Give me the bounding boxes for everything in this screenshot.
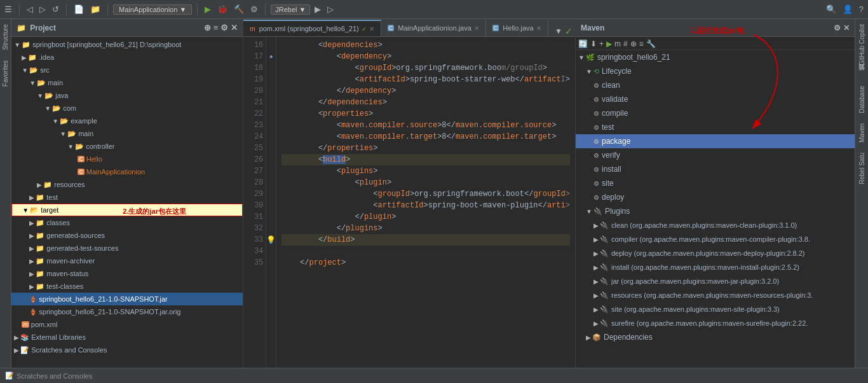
circle-icon[interactable]: ⊕ [630,39,637,48]
list-item[interactable]: ▼ 📂 main [11,127,243,140]
list-item[interactable]: ▼ 📂 main [11,76,243,89]
maven-lifecycle-install[interactable]: ⚙ install [576,162,855,176]
jrebel-debug-icon[interactable]: ▷ [325,3,336,15]
maven-lifecycle-deploy[interactable]: ⚙ deploy [576,190,855,204]
file-icon[interactable]: 📄 [72,3,86,15]
maven-root-item[interactable]: ▼ 🌿 springboot_hello6_21 [576,50,855,64]
close-icon[interactable]: ✕ [843,24,850,32]
list-item[interactable]: ▶ 📁 test [11,191,243,204]
list-item[interactable]: ▼ 📂 com [11,102,243,115]
rebel-tab[interactable]: Rebel Satu [857,148,867,189]
maven-plugin-site[interactable]: ▶ 🔌 site (org.apache.maven.plugins:maven… [576,302,855,316]
help-icon[interactable]: ? [857,3,865,15]
maven-lifecycle-validate[interactable]: ⚙ validate [576,92,855,106]
maven-plugin-deploy[interactable]: ▶ 🔌 deploy (org.apache.maven.plugins:mav… [576,246,855,260]
tab-main-app[interactable]: C MainApplicationion.java ✕ [381,20,486,36]
external-libs-item[interactable]: ▶ 📚 External Libraries [11,331,243,344]
list-item[interactable]: ▼ 📂 java [11,89,243,102]
scratch-bottom-icon: 📝 [5,372,14,380]
github-copilot-tab[interactable]: GitHub Copilot [857,19,867,71]
settings-icon[interactable]: ⚙ [834,24,841,32]
run-maven-icon[interactable]: ▶ [606,39,612,48]
settings-icon[interactable]: ⚙ [220,23,228,32]
list-item[interactable]: ▶ 📁 test-classes [11,280,243,293]
maven-lifecycle-test[interactable]: ⚙ test [576,120,855,134]
list-item[interactable]: 🏺 springboot_hello6_21-1.0-SNAPSHOT.jar.… [11,305,243,318]
list-item[interactable]: ▶ 📁 resources [11,178,243,191]
back-icon[interactable]: ◁ [25,3,35,15]
code-editor[interactable]: <dependencies> <dependency> <groupId>org… [276,37,575,368]
maven-plugin-resources[interactable]: ▶ 🔌 resources (org.apache.maven.plugins:… [576,288,855,302]
root-label: springboot [springboot_hello6_21] D:\spr… [32,41,181,48]
debug-icon[interactable]: 🐞 [215,3,229,15]
folder-icon[interactable]: 📁 [88,3,102,15]
add-icon[interactable]: ⊕ [204,23,211,32]
list-item[interactable]: ▶ 📁 generated-test-sources [11,242,243,254]
list-item[interactable]: C Hello [11,153,243,165]
tab-pom-xml[interactable]: m pom.xml (springboot_hello6_21) ✓ ✕ [243,20,381,36]
item-label: generated-sources [46,232,105,239]
lifecycle-item[interactable]: ▼ ⟲ Lifecycle [576,64,855,78]
list-item[interactable]: ▼ 📂 controller [11,140,243,153]
jrebel-run-icon[interactable]: ▶ [313,3,323,15]
build-icon[interactable]: 🔨 [232,3,246,15]
maven-plugin-compiler[interactable]: ▶ 🔌 compiler (org.apache.maven.plugins:m… [576,232,855,246]
structure-tab[interactable]: Structure [0,19,11,55]
maven-lifecycle-compile[interactable]: ⚙ compile [576,106,855,120]
plugin-icon: 🔌 [600,235,609,244]
code-line: </properties> [281,143,570,154]
tab-close2[interactable]: ✕ [474,25,479,32]
database-tab[interactable]: Database [857,81,867,118]
close-icon[interactable]: ✕ [231,23,238,32]
project-panel: 📁 Project ⊕ ≡ ⚙ ✕ ▼ 📁 springboot [spring… [11,19,243,368]
list-item[interactable]: C MainApplicationion [11,165,243,178]
tab-close[interactable]: ✕ [369,25,374,32]
expand-arrow: ▼ [586,208,592,215]
plugins-item[interactable]: ▼ 🔌 Plugins [576,204,855,218]
maven-lifecycle-clean[interactable]: ⚙ clean [576,78,855,92]
maven-lifecycle-site[interactable]: ⚙ site [576,176,855,190]
m-icon[interactable]: m [614,39,621,48]
collapse-icon[interactable]: ≡ [214,23,219,32]
maven-plugin-install[interactable]: ▶ 🔌 install (org.apache.maven.plugins:ma… [576,260,855,274]
jrebel-dropdown[interactable]: JRebel ▼ [271,4,310,15]
tab-hello[interactable]: C Hello.java ✕ [486,20,548,36]
menu-icon[interactable]: ☰ [3,3,14,15]
forward-icon[interactable]: ▷ [37,3,48,15]
list-item[interactable]: ▶ 📁 classes [11,216,243,229]
list-item[interactable]: ▶ 📁 .idea [11,51,243,64]
notification-tab[interactable]: 通知 [855,71,868,81]
tree-root[interactable]: ▼ 📁 springboot [springboot_hello6_21] D:… [11,38,243,51]
list-item[interactable]: ▶ 📁 maven-status [11,267,243,280]
maven-plugin-surefire[interactable]: ▶ 🔌 surefire (org.apache.maven.plugins:m… [576,316,855,330]
tab-close3[interactable]: ✕ [536,25,541,32]
maven-side-tab[interactable]: Maven [857,118,867,148]
pom-xml-item[interactable]: m pom.xml [11,318,243,331]
favorites-tab[interactable]: Favorites [0,55,11,92]
user-icon[interactable]: 👤 [841,3,855,15]
run-icon[interactable]: ▶ [203,3,213,15]
project-dropdown[interactable]: MainApplicationion ▼ [113,4,192,15]
scratches-item[interactable]: ▶ 📝 Scratches and Consoles [11,344,243,356]
download-icon[interactable]: ⬇ [590,39,597,48]
list-item[interactable]: ▶ 📁 generated-sources [11,229,243,242]
editor-more-icon[interactable]: ▼ [555,27,562,36]
maven-lifecycle-package[interactable]: ⚙ package [576,134,855,148]
maven-plugin-clean[interactable]: ▶ 🔌 clean (org.apache.maven.plugins:mave… [576,218,855,232]
columns-icon[interactable]: ≡ [639,39,644,48]
maven-add-icon[interactable]: + [599,39,604,48]
list-item[interactable]: ▼ 📂 target [11,204,243,216]
list-item[interactable]: ▼ 📂 example [11,115,243,127]
settings-icon[interactable]: ⚙ [248,3,260,15]
refresh-icon[interactable]: ↺ [50,3,61,15]
reload-icon[interactable]: 🔄 [578,39,588,48]
search-icon[interactable]: 🔍 [824,3,838,15]
hash-icon[interactable]: # [623,39,628,48]
dependencies-item[interactable]: ▶ 📦 Dependencies [576,330,855,344]
maven-lifecycle-verify[interactable]: ⚙ verify [576,148,855,162]
maven-plugin-jar[interactable]: ▶ 🔌 jar (org.apache.maven.plugins:maven-… [576,274,855,288]
jar-file-item[interactable]: 🏺 springboot_hello6_21-1.0-SNAPSHOT.jar [11,293,243,305]
tools-icon[interactable]: 🔧 [646,39,656,48]
list-item[interactable]: ▶ 📁 maven-archiver [11,254,243,267]
list-item[interactable]: ▼ 📂 src [11,64,243,76]
